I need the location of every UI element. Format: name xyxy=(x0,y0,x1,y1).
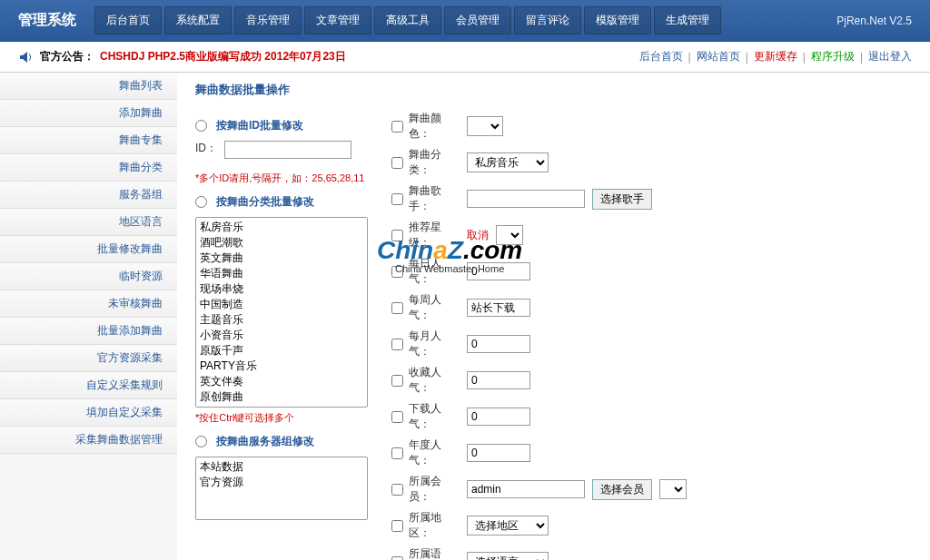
sidebar: 舞曲列表添加舞曲舞曲专集舞曲分类服务器组地区语言批量修改舞曲临时资源未审核舞曲批… xyxy=(0,73,177,560)
id-label: ID： xyxy=(195,141,217,156)
version-label: PjRen.Net V2.5 xyxy=(836,15,921,27)
sidebar-item[interactable]: 未审核舞曲 xyxy=(0,290,177,318)
category-multiselect[interactable]: 私房音乐酒吧潮歌英文舞曲华语舞曲现场串烧中国制造主题音乐小资音乐原版千声PART… xyxy=(195,217,368,408)
btn-select-member[interactable]: 选择会员 xyxy=(592,479,652,500)
input-daily[interactable] xyxy=(467,262,530,280)
lbl-lang: 所属语言： xyxy=(409,546,460,560)
announce-icon xyxy=(18,50,33,64)
lbl-color: 舞曲颜色： xyxy=(409,111,460,142)
link-cancel-reco[interactable]: 取消 xyxy=(467,228,489,243)
sel-member[interactable] xyxy=(659,479,687,499)
sidebar-item[interactable]: 填加自定义采集 xyxy=(0,399,177,427)
input-down[interactable] xyxy=(467,408,530,426)
chk-reco[interactable] xyxy=(391,230,403,241)
main-nav: 后台首页系统配置音乐管理文章管理高级工具会员管理留言评论模版管理生成管理 xyxy=(94,6,836,34)
sidebar-item[interactable]: 批量修改舞曲 xyxy=(0,236,177,263)
announce-label: 官方公告： xyxy=(40,49,94,64)
chk-monthly[interactable] xyxy=(391,339,403,350)
chk-lang[interactable] xyxy=(391,556,403,561)
nav-item[interactable]: 生成管理 xyxy=(654,6,721,34)
announce-link[interactable]: 更新缓存 xyxy=(754,49,797,64)
announce-links: 后台首页|网站首页|更新缓存|程序升级|退出登入 xyxy=(639,49,913,64)
sel-category[interactable]: 私房音乐 xyxy=(467,152,549,172)
lbl-down: 下载人气： xyxy=(409,401,460,432)
section-cat-radio[interactable]: 按舞曲分类批量修改 xyxy=(195,194,377,210)
nav-item[interactable]: 留言评论 xyxy=(514,6,581,34)
lbl-fav: 收藏人气： xyxy=(409,365,460,396)
sidebar-item[interactable]: 采集舞曲数据管理 xyxy=(0,427,177,454)
id-input[interactable] xyxy=(224,141,351,159)
lbl-daily: 每日人气： xyxy=(409,256,460,287)
chk-category[interactable] xyxy=(391,157,403,169)
section-server-radio[interactable]: 按舞曲服务器组修改 xyxy=(195,434,377,449)
input-weekly[interactable] xyxy=(467,299,530,317)
lbl-reco: 推荐星级： xyxy=(409,220,460,251)
section-id-radio[interactable]: 按舞曲ID批量修改 xyxy=(195,118,377,133)
lbl-weekly: 每周人气： xyxy=(409,292,460,323)
chk-down[interactable] xyxy=(391,411,403,423)
sidebar-item[interactable]: 舞曲分类 xyxy=(0,154,177,182)
lbl-member: 所属会员： xyxy=(409,474,460,505)
app-title: 管理系统 xyxy=(9,11,94,30)
nav-item[interactable]: 模版管理 xyxy=(584,6,651,34)
cat-hint: *按住Ctrl键可选择多个 xyxy=(195,411,377,425)
id-hint: *多个ID请用,号隔开，如：25,65,28,11 xyxy=(195,172,377,185)
sidebar-item[interactable]: 地区语言 xyxy=(0,209,177,236)
nav-item[interactable]: 高级工具 xyxy=(374,6,441,34)
input-fav[interactable] xyxy=(467,371,530,389)
sidebar-item[interactable]: 自定义采集规则 xyxy=(0,372,177,399)
radio-by-category[interactable] xyxy=(195,196,207,208)
left-column: 按舞曲ID批量修改 ID： *多个ID请用,号隔开，如：25,65,28,11 … xyxy=(195,111,377,520)
sel-lang[interactable]: 选择语言 xyxy=(467,552,549,560)
sidebar-item[interactable]: 舞曲列表 xyxy=(0,73,177,100)
nav-item[interactable]: 音乐管理 xyxy=(234,6,302,34)
sidebar-item[interactable]: 临时资源 xyxy=(0,263,177,290)
announce-link[interactable]: 后台首页 xyxy=(639,49,683,64)
lbl-singer: 舞曲歌手： xyxy=(409,183,460,214)
sel-region[interactable]: 选择地区 xyxy=(467,516,549,535)
chk-singer[interactable] xyxy=(391,193,403,205)
sel-reco[interactable] xyxy=(496,225,523,245)
server-multiselect[interactable]: 本站数据官方资源 xyxy=(195,457,368,520)
sidebar-item[interactable]: 舞曲专集 xyxy=(0,127,177,154)
radio-by-server[interactable] xyxy=(195,436,207,447)
input-monthly[interactable] xyxy=(467,335,530,353)
section-server-label: 按舞曲服务器组修改 xyxy=(216,434,314,449)
chk-color[interactable] xyxy=(391,121,403,133)
announce-bar: 官方公告： CHSHDJ PHP2.5商业版编写成功 2012年07月23日 后… xyxy=(0,42,930,73)
lbl-category: 舞曲分类： xyxy=(409,147,460,178)
announce-link[interactable]: 退出登入 xyxy=(868,49,912,64)
nav-item[interactable]: 后台首页 xyxy=(94,6,162,34)
right-fields: 舞曲颜色： 舞曲分类： 私房音乐 舞曲歌手： 选择歌手 推荐星级： xyxy=(391,111,912,560)
chk-daily[interactable] xyxy=(391,266,403,278)
nav-item[interactable]: 系统配置 xyxy=(164,6,232,34)
sidebar-item[interactable]: 批量添加舞曲 xyxy=(0,318,177,345)
sel-color[interactable] xyxy=(467,116,503,136)
sidebar-item[interactable]: 服务器组 xyxy=(0,182,177,209)
nav-item[interactable]: 文章管理 xyxy=(304,6,371,34)
chk-member[interactable] xyxy=(391,484,403,496)
lbl-monthly: 每月人气： xyxy=(409,329,460,359)
chk-region[interactable] xyxy=(391,520,403,532)
header: 管理系统 后台首页系统配置音乐管理文章管理高级工具会员管理留言评论模版管理生成管… xyxy=(0,0,930,42)
sidebar-item[interactable]: 添加舞曲 xyxy=(0,100,177,127)
announce-link[interactable]: 程序升级 xyxy=(811,49,855,64)
sidebar-item[interactable]: 官方资源采集 xyxy=(0,345,177,372)
section-id-label: 按舞曲ID批量修改 xyxy=(216,118,303,133)
input-member[interactable] xyxy=(467,480,585,498)
chk-year[interactable] xyxy=(391,447,403,459)
content: 舞曲数据批量操作 按舞曲ID批量修改 ID： *多个ID请用,号隔开，如：25,… xyxy=(177,73,930,560)
input-year[interactable] xyxy=(467,444,530,462)
chk-fav[interactable] xyxy=(391,375,403,387)
chk-weekly[interactable] xyxy=(391,302,403,314)
radio-by-id[interactable] xyxy=(195,120,207,132)
page-title: 舞曲数据批量操作 xyxy=(195,82,912,98)
input-singer[interactable] xyxy=(467,190,585,208)
announce-text: CHSHDJ PHP2.5商业版编写成功 2012年07月23日 xyxy=(100,49,346,64)
announce-link[interactable]: 网站首页 xyxy=(697,49,740,64)
btn-select-singer[interactable]: 选择歌手 xyxy=(592,189,652,210)
lbl-region: 所属地区： xyxy=(409,510,460,541)
nav-item[interactable]: 会员管理 xyxy=(444,6,511,34)
lbl-year: 年度人气： xyxy=(409,437,460,468)
section-cat-label: 按舞曲分类批量修改 xyxy=(216,194,314,210)
